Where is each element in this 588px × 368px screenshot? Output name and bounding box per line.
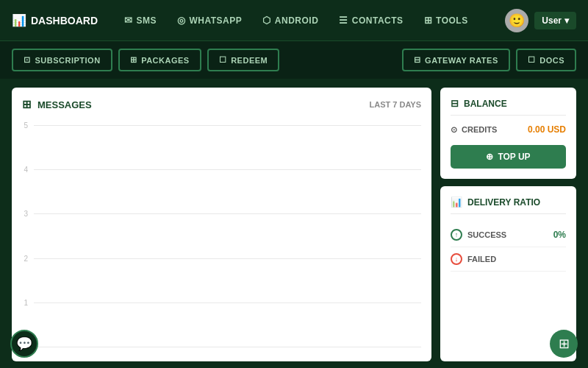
delivery-success-label: ↑ SUCCESS [451, 229, 506, 241]
balance-icon: ⊟ [451, 98, 459, 109]
credits-row: ⊙ CREDITS 0.00 USD [451, 124, 566, 135]
topup-button[interactable]: ⊕ TOP UP [451, 145, 566, 169]
delivery-title-text: DELIVERY RATIO [467, 197, 540, 208]
credits-label: ⊙ CREDITS [451, 125, 497, 135]
subscription-button[interactable]: ⊡ SUBSCRIPTION [12, 49, 112, 71]
toolbar-right: ⊟ GATEWAY RATES ☐ DOCS [402, 49, 576, 71]
user-name: User [542, 15, 562, 26]
nav-label-contacts: CONTACTS [352, 15, 404, 26]
chart-grid-3 [34, 213, 421, 214]
chart-line-3: 3 [22, 210, 421, 218]
docs-label: DOCS [539, 56, 564, 65]
chart-grid-0 [34, 347, 421, 347]
dashboard-icon: 📊 [12, 13, 26, 27]
sms-icon: ✉ [124, 15, 133, 26]
delivery-title: 📊 DELIVERY RATIO [451, 197, 566, 214]
nav-item-sms[interactable]: ✉ SMS [115, 9, 165, 32]
nav-item-tools[interactable]: ⊞ TOOLS [415, 9, 477, 32]
nav-item-android[interactable]: ⬡ ANDROID [254, 9, 327, 32]
credits-label-text: CREDITS [462, 125, 497, 134]
chart-line-4: 4 [22, 166, 421, 174]
messages-title-text: MESSAGES [37, 99, 92, 110]
nav-items: ✉ SMS ◎ WHATSAPP ⬡ ANDROID ☰ CONTACTS ⊞ … [115, 9, 505, 32]
balance-title-text: BALANCE [464, 99, 507, 109]
contacts-icon: ☰ [339, 15, 348, 26]
chart-grid-5 [34, 125, 421, 126]
failed-label-text: FAILED [467, 255, 496, 263]
success-value: 0% [553, 230, 566, 240]
topup-label: TOP UP [498, 152, 530, 162]
credits-icon: ⊙ [451, 125, 457, 135]
redeem-icon: ☐ [219, 55, 227, 65]
nav-item-contacts[interactable]: ☰ CONTACTS [330, 9, 412, 32]
packages-button[interactable]: ⊞ PACKAGES [118, 49, 201, 71]
brand[interactable]: 📊 DASHBOARD [12, 13, 98, 27]
topup-icon: ⊕ [486, 152, 493, 162]
redeem-label: REDEEM [231, 56, 268, 65]
chat-float-button[interactable]: 💬 [10, 330, 38, 358]
delivery-success-row: ↑ SUCCESS 0% [451, 223, 566, 247]
messages-header: ⊞ MESSAGES LAST 7 DAYS [22, 98, 421, 111]
chart-grid-4 [34, 169, 421, 170]
credits-value: 0.00 USD [528, 124, 566, 135]
chart-grid-2 [34, 258, 421, 259]
brand-label: DASHBOARD [31, 15, 98, 26]
toolbar: ⊡ SUBSCRIPTION ⊞ PACKAGES ☐ REDEEM ⊟ GAT… [0, 41, 588, 79]
whatsapp-icon: ◎ [177, 15, 186, 26]
user-dropdown[interactable]: User ▾ [534, 12, 576, 29]
dropdown-arrow-icon: ▾ [564, 15, 569, 26]
success-label-text: SUCCESS [467, 230, 506, 239]
chart-label-4: 4 [22, 166, 28, 174]
gateway-rates-label: GATEWAY RATES [425, 56, 498, 65]
failed-icon: ↓ [451, 253, 462, 265]
chart-label-1: 1 [22, 299, 28, 307]
gateway-rates-button[interactable]: ⊟ GATEWAY RATES [402, 49, 510, 71]
balance-card: ⊟ BALANCE ⊙ CREDITS 0.00 USD ⊕ TOP UP [440, 88, 576, 179]
qr-icon: ⊞ [559, 336, 570, 352]
nav-label-whatsapp: WHATSAPP [190, 15, 243, 26]
android-icon: ⬡ [262, 15, 271, 26]
chart-grid-1 [34, 302, 421, 303]
subscription-label: SUBSCRIPTION [35, 56, 101, 65]
docs-button[interactable]: ☐ DOCS [516, 49, 576, 71]
right-panel: ⊟ BALANCE ⊙ CREDITS 0.00 USD ⊕ TOP UP 📊 … [440, 88, 576, 361]
chart-label-5: 5 [22, 121, 28, 130]
chart-label-2: 2 [22, 255, 28, 263]
avatar: 🙂 [505, 9, 528, 32]
packages-label: PACKAGES [141, 56, 190, 65]
delivery-failed-label: ↓ FAILED [451, 253, 496, 265]
success-icon: ↑ [451, 229, 462, 241]
chart-area: 5 4 3 2 1 0 [22, 121, 421, 351]
chart-label-3: 3 [22, 210, 28, 218]
balance-title: ⊟ BALANCE [451, 98, 566, 116]
chart-line-2: 2 [22, 255, 421, 263]
navbar-right: 🙂 User ▾ [505, 9, 576, 32]
delivery-icon: 📊 [451, 197, 462, 208]
nav-label-sms: SMS [137, 15, 157, 26]
messages-title: ⊞ MESSAGES [22, 98, 92, 111]
packages-icon: ⊞ [130, 55, 137, 65]
chart-line-5: 5 [22, 121, 421, 130]
tools-icon: ⊞ [424, 15, 433, 26]
gateway-rates-icon: ⊟ [414, 55, 421, 65]
chat-icon: 💬 [16, 336, 32, 352]
chart-line-0: 0 [22, 343, 421, 351]
docs-icon: ☐ [528, 55, 536, 65]
toolbar-left: ⊡ SUBSCRIPTION ⊞ PACKAGES ☐ REDEEM [12, 49, 279, 71]
messages-period: LAST 7 DAYS [369, 100, 421, 109]
main-content: ⊞ MESSAGES LAST 7 DAYS 5 4 3 2 [0, 79, 588, 368]
subscription-icon: ⊡ [24, 55, 31, 65]
chart-line-1: 1 [22, 299, 421, 307]
redeem-button[interactable]: ☐ REDEEM [207, 49, 280, 71]
qr-float-button[interactable]: ⊞ [550, 330, 578, 358]
navbar: 📊 DASHBOARD ✉ SMS ◎ WHATSAPP ⬡ ANDROID ☰… [0, 0, 588, 41]
messages-icon: ⊞ [22, 98, 32, 111]
nav-item-whatsapp[interactable]: ◎ WHATSAPP [168, 9, 251, 32]
messages-panel: ⊞ MESSAGES LAST 7 DAYS 5 4 3 2 [12, 88, 431, 361]
nav-label-android: ANDROID [275, 15, 319, 26]
delivery-failed-row: ↓ FAILED [451, 247, 566, 272]
nav-label-tools: TOOLS [436, 15, 468, 26]
